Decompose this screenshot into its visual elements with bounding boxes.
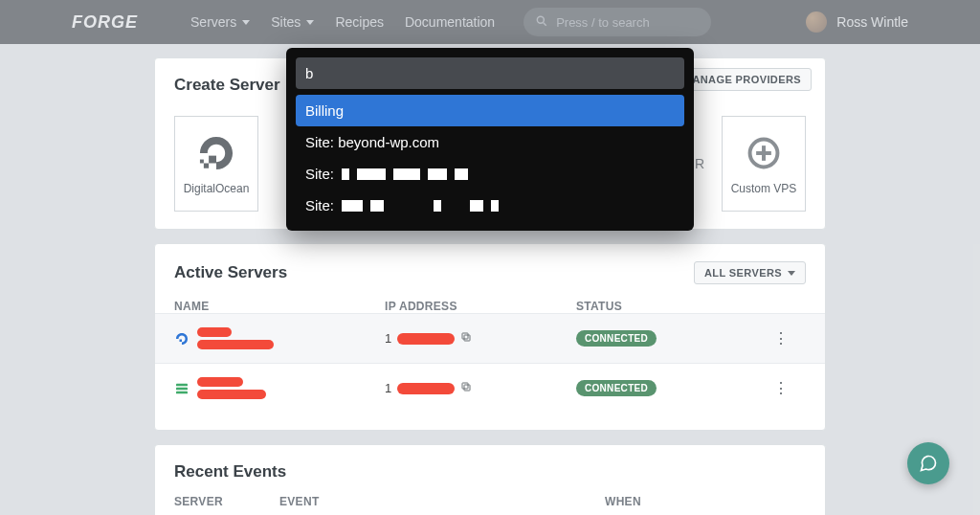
col-name: NAME <box>174 300 385 313</box>
palette-item-site[interactable]: Site: <box>296 158 684 190</box>
help-chat-button[interactable] <box>907 442 949 484</box>
top-nav: FORGE Servers Sites Recipes Documentatio… <box>0 0 980 44</box>
servers-table-header: NAME IP ADDRESS STATUS <box>174 300 806 313</box>
search-icon <box>535 14 548 31</box>
user-name: Ross Wintle <box>836 14 908 30</box>
user-menu[interactable]: Ross Wintle <box>806 11 908 33</box>
palette-item-prefix: Site: <box>305 197 334 213</box>
server-name-redacted <box>197 377 266 399</box>
col-when: WHEN <box>605 495 806 508</box>
search-placeholder: Press / to search <box>556 15 650 30</box>
caret-down-icon <box>788 271 795 276</box>
svg-rect-2 <box>209 155 216 163</box>
svg-line-1 <box>544 22 546 25</box>
server-row[interactable]: 1 CONNECTED ⋮ <box>155 363 825 413</box>
panel-title: Active Servers <box>174 263 287 282</box>
ip-prefix: 1 <box>385 331 391 346</box>
server-row[interactable]: 1 CONNECTED ⋮ <box>155 313 825 363</box>
nav-servers[interactable]: Servers <box>190 14 250 30</box>
svg-rect-9 <box>464 335 470 341</box>
svg-rect-13 <box>176 391 188 393</box>
palette-item-prefix: Site: <box>305 166 334 182</box>
digitalocean-icon <box>174 331 189 347</box>
command-palette: Billing Site: beyond-wp.com Site: Site: <box>286 48 694 231</box>
row-actions-menu[interactable]: ⋮ <box>773 379 806 397</box>
provider-custom-vps[interactable]: Custom VPS <box>722 116 806 212</box>
status-badge: CONNECTED <box>576 380 657 396</box>
nav-sites-label: Sites <box>271 14 301 30</box>
svg-rect-11 <box>176 383 188 386</box>
recent-events-panel: Recent Events SERVER EVENT WHEN Deployin… <box>154 444 826 515</box>
brand-logo[interactable]: FORGE <box>72 12 138 33</box>
all-servers-button[interactable]: ALL SERVERS <box>694 261 806 284</box>
palette-item-site[interactable]: Site: <box>296 190 684 221</box>
avatar <box>806 11 827 33</box>
svg-rect-3 <box>204 163 209 168</box>
copy-icon[interactable] <box>460 381 472 395</box>
palette-input[interactable] <box>296 57 684 89</box>
panel-title: Recent Events <box>174 462 806 481</box>
provider-label: DigitalOcean <box>184 182 250 195</box>
palette-results: Billing Site: beyond-wp.com Site: Site: <box>296 95 684 221</box>
svg-point-5 <box>750 139 778 167</box>
col-ip: IP ADDRESS <box>385 300 576 313</box>
row-actions-menu[interactable]: ⋮ <box>773 329 806 347</box>
col-server: SERVER <box>174 495 279 508</box>
palette-item-billing[interactable]: Billing <box>296 95 684 126</box>
svg-rect-14 <box>464 385 470 391</box>
plus-circle-icon <box>744 133 784 176</box>
svg-rect-10 <box>462 333 468 339</box>
nav-sites[interactable]: Sites <box>271 14 314 30</box>
ip-redacted <box>397 383 455 394</box>
server-stack-icon <box>174 381 189 396</box>
server-name-redacted <box>197 327 274 349</box>
copy-icon[interactable] <box>460 331 472 346</box>
svg-rect-8 <box>180 339 183 342</box>
events-table-header: SERVER EVENT WHEN <box>174 495 806 508</box>
svg-rect-15 <box>462 383 468 389</box>
svg-rect-12 <box>176 387 188 390</box>
caret-down-icon <box>306 20 314 25</box>
ip-redacted <box>397 333 455 345</box>
col-status: STATUS <box>576 300 768 313</box>
hidden-provider-edge: R <box>695 116 704 212</box>
active-servers-panel: Active Servers ALL SERVERS NAME IP ADDRE… <box>154 243 826 431</box>
digitalocean-icon <box>196 133 236 176</box>
provider-digitalocean[interactable]: DigitalOcean <box>174 116 258 212</box>
nav-servers-label: Servers <box>190 14 236 30</box>
nav-docs[interactable]: Documentation <box>405 14 495 30</box>
caret-down-icon <box>242 20 250 25</box>
nav-recipes[interactable]: Recipes <box>335 14 384 30</box>
ip-prefix: 1 <box>385 381 391 395</box>
provider-label: Custom VPS <box>731 182 797 195</box>
nav-links: Servers Sites Recipes Documentation <box>190 14 495 30</box>
global-search[interactable]: Press / to search <box>523 8 711 36</box>
svg-point-0 <box>537 16 544 23</box>
status-badge: CONNECTED <box>576 330 657 347</box>
col-event: EVENT <box>279 495 605 508</box>
all-servers-label: ALL SERVERS <box>704 267 782 279</box>
palette-item-site[interactable]: Site: beyond-wp.com <box>296 126 684 158</box>
svg-rect-4 <box>200 159 204 163</box>
